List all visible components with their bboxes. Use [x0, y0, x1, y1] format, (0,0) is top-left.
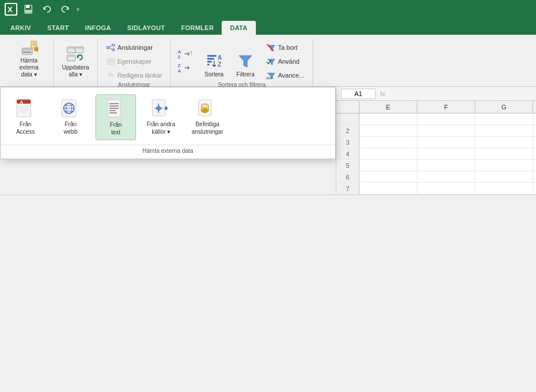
ribbon: ═══ Hämta externadata ▾ [0, 35, 536, 87]
svg-text:A: A [178, 49, 181, 54]
cell-g3[interactable] [475, 137, 533, 148]
sort-za-icon: Z A [178, 63, 194, 74]
dropdown-panel-footer: Hämta externa data [1, 145, 335, 156]
cell-g4[interactable] [475, 148, 533, 159]
tab-bar: ARKIV START INFOGA SIDLAYOUT FORMLER DAT… [0, 19, 536, 35]
uppdatera-btn-label: Uppdateraalla ▾ [62, 64, 89, 78]
svg-text:Z: Z [178, 54, 181, 59]
svg-rect-41 [207, 61, 212, 63]
table-row: 3 [336, 137, 536, 148]
col-header-g[interactable]: G [475, 101, 533, 113]
title-separator: ▾ [76, 6, 80, 13]
svg-point-73 [201, 104, 208, 108]
fran-andra-kallor-item[interactable]: Från andrakällor ▾ [141, 94, 181, 140]
sortera-button[interactable]: A Z Sortera [200, 43, 228, 80]
redo-button[interactable] [58, 3, 73, 16]
row-number-6: 6 [336, 171, 359, 182]
svg-text:A: A [20, 100, 24, 105]
avancerat-button[interactable]: adv Avance... [263, 69, 308, 82]
sort-az-button[interactable]: A Z ↓ ↑ [175, 48, 196, 61]
existing-connections-icon [197, 98, 218, 119]
ta-bort-label: Ta bort [278, 44, 298, 51]
table-row: 7 [336, 183, 536, 195]
title-bar: X ▾ [0, 0, 536, 19]
fran-webb-item[interactable]: Frånwebb [50, 94, 91, 140]
cell-e4[interactable] [359, 148, 417, 159]
cell-e2[interactable] [359, 125, 417, 136]
egenskaper-button[interactable]: Egenskaper [102, 55, 166, 68]
befintliga-anslutningar-label: Befintligaanslutningar [192, 120, 223, 135]
tab-arkiv[interactable]: ARKIV [2, 21, 39, 35]
clear-icon [266, 43, 276, 52]
uppdatera-alla-button[interactable]: Uppdateraalla ▾ [57, 43, 94, 80]
svg-rect-16 [67, 47, 75, 49]
properties-icon [106, 57, 115, 66]
cell-f7[interactable] [417, 183, 475, 194]
tab-data[interactable]: DATA [222, 21, 255, 35]
ta-bort-button[interactable]: Ta bort [263, 41, 308, 54]
svg-text:A: A [218, 54, 222, 61]
table-row [336, 113, 536, 125]
tab-start[interactable]: START [39, 21, 77, 35]
filtrera-label: Filtrera [237, 71, 255, 78]
cell-f5[interactable] [417, 160, 475, 171]
svg-text:Z: Z [218, 61, 221, 68]
fran-andra-kallor-label: Från andrakällor ▾ [147, 120, 175, 135]
cell-e5[interactable] [359, 160, 417, 171]
fran-access-item[interactable]: A FrånAccess [5, 94, 46, 140]
svg-line-25 [109, 48, 112, 50]
col-header-f[interactable]: F [417, 101, 475, 113]
cell-g2[interactable] [475, 125, 533, 136]
dropdown-panel: A FrånAccess [0, 87, 336, 159]
undo-button[interactable] [39, 3, 54, 16]
fran-text-item[interactable]: Fråntext [96, 94, 136, 140]
anvand-label: Använd [278, 58, 299, 65]
table-row: 2 [336, 125, 536, 137]
cell-e3[interactable] [359, 137, 417, 148]
svg-rect-40 [207, 58, 214, 60]
svg-text:═══: ═══ [22, 50, 31, 54]
row-num-header-spacer [336, 101, 359, 113]
anslutningar-button[interactable]: Anslutningar [102, 41, 166, 54]
tab-formler[interactable]: FORMLER [173, 21, 222, 35]
cell-ref-input[interactable] [341, 89, 376, 99]
links-icon [106, 71, 115, 80]
svg-text:adv: adv [266, 76, 273, 79]
cell-g6[interactable] [475, 171, 533, 182]
save-button[interactable] [21, 3, 36, 16]
formula-input[interactable] [390, 90, 531, 97]
sortera-label: Sortera [204, 71, 223, 78]
col-header-e[interactable]: E [359, 101, 417, 113]
redigera-lankar-label: Redigera länkar [118, 72, 163, 79]
cell-f6[interactable] [417, 171, 475, 182]
cell-g1[interactable] [475, 113, 533, 124]
cell-f3[interactable] [417, 137, 475, 148]
cell-e6[interactable] [359, 171, 417, 182]
svg-rect-49 [17, 100, 31, 104]
hamta-externa-data-button[interactable]: ═══ Hämta externadata ▾ [8, 43, 50, 80]
ribbon-section-label-hamta [8, 82, 50, 84]
tab-sidlayout[interactable]: SIDLAYOUT [119, 21, 173, 35]
cell-e1[interactable] [359, 113, 417, 124]
refresh-all-icon [66, 45, 85, 63]
sort-za-button[interactable]: Z A [175, 62, 196, 75]
tab-infoga[interactable]: INFOGA [77, 21, 119, 35]
redigera-lankar-button[interactable]: Redigera länkar [102, 69, 166, 82]
anvand-button[interactable]: Använd [263, 55, 308, 68]
cell-f2[interactable] [417, 125, 475, 136]
filtrera-button[interactable]: Filtrera [232, 43, 259, 80]
cell-g5[interactable] [475, 160, 533, 171]
table-row: 6 [336, 171, 536, 183]
svg-rect-42 [207, 64, 210, 65]
befintliga-anslutningar-item[interactable]: Befintligaanslutningar [186, 94, 229, 140]
cell-f1[interactable] [417, 113, 475, 124]
svg-point-21 [107, 46, 109, 49]
column-headers: E F G [336, 101, 536, 113]
text-file-icon [105, 98, 126, 119]
cell-e7[interactable] [359, 183, 417, 194]
other-sources-icon [150, 98, 171, 119]
connections-icon [106, 43, 115, 52]
svg-point-76 [201, 109, 208, 113]
cell-f4[interactable] [417, 148, 475, 159]
cell-g7[interactable] [475, 183, 533, 194]
